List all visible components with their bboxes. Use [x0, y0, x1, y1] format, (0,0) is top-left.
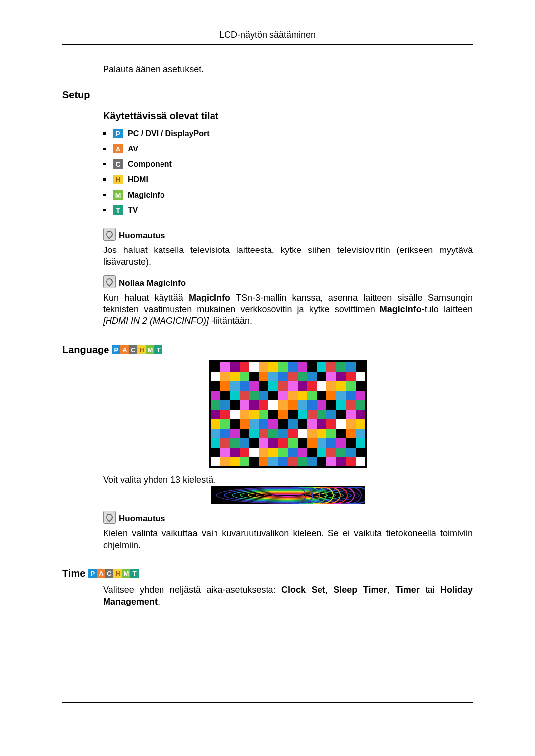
- mode-item-hdmi: H HDMI: [103, 175, 473, 184]
- bullet-icon: [103, 209, 106, 211]
- note-label: Huomautus: [119, 514, 165, 524]
- header-rule: [62, 44, 473, 45]
- language-heading: Language PACHMT: [62, 344, 473, 355]
- language-body: Voit valita yhden 13 kielestä.: [103, 474, 473, 486]
- osd-mosaic-image: [209, 360, 367, 468]
- note-icon: [103, 275, 116, 288]
- note-icon: [103, 511, 116, 524]
- note-heading-2: Nollaa MagicInfo: [103, 275, 473, 288]
- bullet-icon: [103, 132, 106, 135]
- note-label: Nollaa MagicInfo: [119, 278, 186, 288]
- note-label: Huomautus: [119, 231, 165, 241]
- modes-list: P PC / DVI / DisplayPort A AV C Componen…: [103, 129, 473, 215]
- badge-strip-icon: PACHMT: [88, 569, 139, 578]
- badge-m-icon: M: [113, 190, 123, 200]
- page-header-title: LCD-näytön säätäminen: [62, 30, 473, 40]
- setup-heading: Setup: [62, 89, 473, 101]
- mode-label: MagicInfo: [128, 191, 165, 200]
- bullet-icon: [103, 178, 106, 181]
- mode-item-component: C Component: [103, 159, 473, 169]
- time-heading: Time PACHMT: [62, 568, 473, 579]
- time-text: Valitsee yhden neljästä aika-asetuksesta…: [103, 584, 473, 608]
- available-modes-heading: Käytettävissä olevat tilat: [103, 110, 473, 122]
- note-text-1: Jos haluat katsella televisiota laittees…: [103, 245, 473, 268]
- time-heading-label: Time: [62, 568, 85, 579]
- language-note-text: Kielen valinta vaikuttaa vain kuvaruutuv…: [103, 528, 473, 552]
- mode-item-tv: T TV: [103, 205, 473, 215]
- language-heading-label: Language: [62, 344, 109, 355]
- badge-h-icon: H: [113, 175, 123, 184]
- badge-strip-icon: PACHMT: [112, 345, 162, 354]
- bullet-icon: [103, 194, 106, 196]
- badge-a-icon: A: [113, 144, 123, 153]
- mode-item-magicinfo: M MagicInfo: [103, 190, 473, 200]
- badge-c-icon: C: [113, 159, 123, 169]
- note-heading-1: Huomautus: [103, 228, 473, 241]
- bullet-icon: [103, 163, 106, 165]
- badge-t-icon: T: [113, 205, 123, 215]
- bullet-icon: [103, 148, 106, 150]
- mode-item-av: A AV: [103, 144, 473, 153]
- mode-label: Component: [128, 160, 172, 169]
- mode-label: TV: [128, 206, 138, 215]
- footer-rule: [62, 702, 473, 703]
- sound-reset-text: Palauta äänen asetukset.: [103, 63, 473, 75]
- note-text-2: Kun haluat käyttää MagicInfo TSn-3-malli…: [103, 292, 473, 327]
- mode-label: HDMI: [128, 175, 148, 184]
- note-icon: [103, 228, 116, 241]
- mode-item-pc: P PC / DVI / DisplayPort: [103, 129, 473, 138]
- mode-label: PC / DVI / DisplayPort: [128, 129, 209, 138]
- note-heading-3: Huomautus: [103, 511, 473, 524]
- language-bar-image: [211, 486, 365, 504]
- mode-label: AV: [128, 145, 138, 153]
- badge-p-icon: P: [113, 129, 123, 138]
